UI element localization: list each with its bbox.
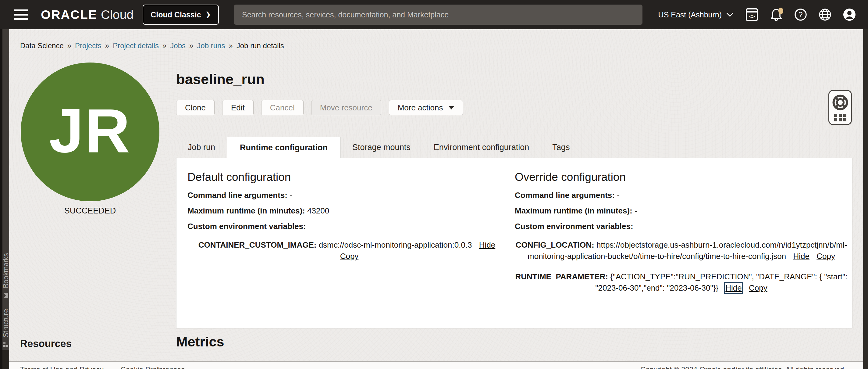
runtime-parameter-row: RUNTIME_PARAMETER: {"ACTION_TYPE":"RUN_P… (515, 271, 848, 294)
metrics-heading: Metrics (176, 334, 224, 350)
custom-env-label: Custom environment variables: (187, 222, 306, 231)
max-runtime-label: Maximum runtime (in minutes): (515, 206, 632, 215)
copy-link[interactable]: Copy (340, 252, 359, 261)
job-run-avatar: JR (21, 62, 159, 201)
breadcrumb-separator: » (189, 41, 193, 50)
life-ring-icon (832, 94, 849, 111)
more-actions-button[interactable]: More actions (389, 100, 463, 115)
max-runtime-value: - (634, 206, 637, 215)
container-custom-image-label: CONTAINER_CUSTOM_IMAGE: (198, 240, 317, 250)
hide-link[interactable]: Hide (479, 240, 495, 250)
sidebar-item-structure[interactable]: Structure (2, 309, 9, 348)
page-title: baseline_run (176, 71, 265, 87)
svg-text:?: ? (799, 10, 803, 19)
breadcrumb-separator: » (162, 41, 166, 50)
topbar-right-group: US East (Ashburn) <> ? (658, 8, 856, 21)
detail-tabs: Job run Runtime configuration Storage mo… (176, 137, 581, 158)
top-navigation-bar: ORACLE Cloud Cloud Classic ❯ US East (As… (0, 0, 868, 29)
default-configuration-heading: Default configuration (187, 171, 506, 183)
terms-link[interactable]: Terms of Use and Privacy (20, 365, 103, 369)
sidebar-item-bookmarks[interactable]: Bookmarks (2, 253, 9, 299)
hide-link[interactable]: Hide (793, 252, 809, 261)
copy-link[interactable]: Copy (749, 283, 768, 292)
cloud-classic-label: Cloud Classic (151, 10, 201, 19)
breadcrumb-separator: » (228, 41, 232, 50)
clone-button[interactable]: Clone (176, 100, 215, 115)
status-badge: SUCCEEDED (21, 206, 159, 216)
tab-storage-mounts[interactable]: Storage mounts (341, 137, 422, 158)
logo-cloud-text: Cloud (101, 8, 133, 22)
runtime-parameter-label: RUNTIME_PARAMETER: (516, 272, 608, 281)
max-runtime-value: 43200 (307, 206, 329, 215)
right-edge-rail (863, 29, 868, 369)
move-resource-button[interactable]: Move resource (311, 100, 381, 115)
cloud-classic-button[interactable]: Cloud Classic ❯ (143, 5, 219, 25)
breadcrumb-job-runs[interactable]: Job runs (197, 41, 225, 50)
notification-dot (778, 8, 783, 14)
oracle-cloud-logo[interactable]: ORACLE Cloud (41, 8, 133, 22)
resources-heading: Resources (20, 338, 72, 349)
container-custom-image-value: dsmc://odsc-ml-monitoring-application:0.… (319, 240, 472, 250)
svg-text:<>: <> (748, 13, 755, 20)
custom-env-label: Custom environment variables: (515, 222, 633, 231)
override-configuration-heading: Override configuration (515, 171, 848, 183)
breadcrumb-project-details[interactable]: Project details (113, 41, 159, 50)
main-content: Data Science » Projects » Project detail… (9, 29, 863, 369)
cancel-button[interactable]: Cancel (261, 100, 304, 115)
runtime-parameter-value: {"ACTION_TYPE":"RUN_PREDICTION", "DATE_R… (595, 272, 847, 292)
config-location-label: CONFIG_LOCATION: (516, 240, 594, 250)
max-runtime-label: Maximum runtime (in minutes): (187, 206, 305, 215)
rail-footer (2, 350, 9, 369)
config-location-row: CONFIG_LOCATION: https://objectstorage.u… (515, 239, 848, 262)
footer-bar: Terms of Use and Privacy Cookie Preferen… (9, 362, 863, 369)
cli-args-label: Command line arguments: (515, 191, 615, 200)
breadcrumb: Data Science » Projects » Project detail… (20, 41, 284, 50)
structure-icon (3, 342, 9, 348)
cli-args-label: Command line arguments: (187, 191, 287, 200)
breadcrumb-data-science: Data Science (20, 41, 64, 50)
tab-environment-configuration[interactable]: Environment configuration (422, 137, 541, 158)
action-buttons-row: Clone Edit Cancel Move resource More act… (176, 100, 463, 115)
hide-link-focused[interactable]: Hide (725, 283, 742, 292)
copy-link[interactable]: Copy (816, 252, 835, 261)
browser-side-rail: Bookmarks Structure (0, 29, 9, 369)
structure-label: Structure (2, 309, 10, 337)
container-custom-image-row: CONTAINER_CUSTOM_IMAGE: dsmc://odsc-ml-m… (187, 239, 506, 262)
footer-copyright: Copyright © 2024 Oracle and/or its affil… (640, 365, 846, 369)
logo-oracle-text: ORACLE (41, 8, 97, 22)
chevron-right-icon: ❯ (206, 11, 211, 19)
breadcrumb-jobs[interactable]: Jobs (170, 41, 186, 50)
breadcrumb-projects[interactable]: Projects (75, 41, 101, 50)
region-label: US East (Ashburn) (658, 10, 722, 19)
bookmark-icon (3, 292, 9, 299)
region-selector[interactable]: US East (Ashburn) (658, 10, 734, 19)
default-configuration-section: Default configuration Command line argum… (177, 158, 506, 328)
breadcrumb-job-run-details: Job run details (237, 41, 284, 50)
language-globe-icon[interactable] (818, 8, 831, 21)
hamburger-menu-icon[interactable] (14, 9, 28, 20)
tab-tags[interactable]: Tags (541, 137, 581, 158)
developer-tools-icon[interactable]: <> (745, 8, 758, 21)
tab-runtime-configuration[interactable]: Runtime configuration (227, 137, 341, 158)
runtime-configuration-panel: Default configuration Command line argum… (176, 158, 852, 329)
footer-links: Terms of Use and Privacy Cookie Preferen… (20, 365, 185, 369)
breadcrumb-separator: » (67, 41, 71, 50)
edit-button[interactable]: Edit (222, 100, 254, 115)
cli-args-value: - (617, 191, 620, 200)
notifications-bell-icon[interactable] (770, 8, 783, 21)
more-actions-label: More actions (398, 103, 443, 113)
support-launcher-widget[interactable] (828, 90, 852, 125)
help-icon[interactable]: ? (794, 8, 807, 21)
grid-dots-icon (834, 114, 846, 121)
tab-job-run[interactable]: Job run (176, 137, 227, 158)
bookmarks-label: Bookmarks (2, 253, 10, 288)
caret-down-icon (448, 106, 454, 110)
breadcrumb-separator: » (105, 41, 109, 50)
search-input[interactable] (234, 5, 643, 25)
cookie-preferences-link[interactable]: Cookie Preferences (120, 365, 185, 369)
user-avatar-icon[interactable] (843, 8, 856, 21)
cli-args-value: - (289, 191, 292, 200)
chevron-down-icon (726, 12, 734, 18)
override-configuration-section: Override configuration Command line argu… (506, 158, 852, 328)
avatar-initials: JR (49, 94, 131, 170)
